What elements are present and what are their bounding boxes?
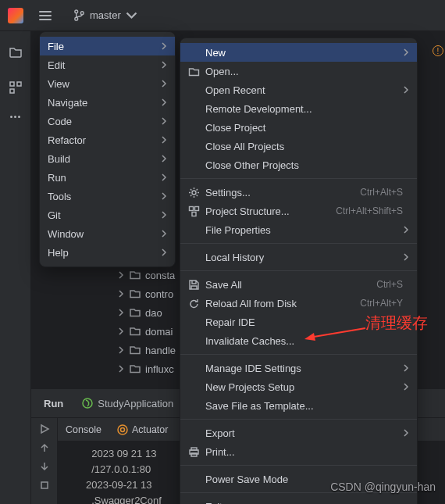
scroll-up-icon[interactable] — [38, 441, 51, 454]
run-icon[interactable] — [38, 423, 51, 435]
menu-item-print[interactable]: Print... — [180, 442, 417, 461]
menu-item-remote-development[interactable]: Remote Development... — [180, 99, 417, 118]
menu-item-manage-ide-settings[interactable]: Manage IDE Settings — [180, 359, 417, 377]
submenu-arrow-icon — [161, 153, 167, 165]
menu-item-close-project[interactable]: Close Project — [180, 118, 417, 137]
menu-item-close-all-projects[interactable]: Close All Projects — [180, 137, 417, 155]
menu-item-label: Export — [205, 427, 403, 439]
menu-item-label: Open Recent — [205, 84, 403, 96]
svg-rect-13 — [192, 212, 196, 216]
spring-icon — [82, 398, 93, 409]
structure-tool-button[interactable] — [9, 80, 23, 97]
menu-item-new[interactable]: New — [180, 43, 417, 62]
menu-item-local-history[interactable]: Local History — [180, 248, 417, 266]
submenu-arrow-icon — [161, 78, 167, 90]
menu-item-label: Open... — [205, 66, 403, 77]
submenu-arrow-icon — [161, 97, 167, 109]
svg-rect-4 — [17, 82, 21, 86]
git-branch-widget[interactable]: master — [73, 9, 137, 21]
folder-icon — [130, 363, 141, 374]
reload-icon — [188, 298, 202, 309]
submenu-arrow-icon — [403, 252, 409, 263]
menu-item-reload-all-from-disk[interactable]: Reload All from DiskCtrl+Alt+Y — [180, 294, 417, 313]
menu-item-label: Project Structure... — [205, 206, 336, 217]
submenu-arrow-icon — [161, 41, 167, 52]
svg-point-0 — [75, 10, 78, 13]
menu-item-label: Build — [48, 153, 161, 165]
menu-item-help[interactable]: Help — [40, 243, 175, 262]
menu-item-code[interactable]: Code — [40, 112, 175, 130]
project-tool-button[interactable] — [9, 45, 23, 62]
menu-item-label: Close All Projects — [205, 141, 403, 152]
submenu-arrow-icon — [161, 134, 167, 146]
file-menu-popup: NewOpen...Open RecentRemote Development.… — [180, 38, 418, 504]
menu-item-file-properties[interactable]: File Properties — [180, 220, 417, 239]
menu-item-label: New — [205, 47, 403, 59]
more-tools-button[interactable] — [10, 116, 20, 118]
svg-point-2 — [80, 12, 84, 15]
run-configuration[interactable]: StudyApplication — [82, 398, 173, 409]
gear-icon — [188, 187, 202, 198]
menu-item-label: Settings... — [205, 187, 360, 198]
menu-item-view[interactable]: View — [40, 74, 175, 93]
svg-rect-12 — [195, 206, 199, 210]
menu-item-tools[interactable]: Tools — [40, 187, 175, 206]
save-icon — [188, 279, 202, 291]
menu-item-label: Local History — [205, 252, 403, 263]
menu-item-edit[interactable]: Edit — [40, 55, 175, 74]
menu-item-open-recent[interactable]: Open Recent — [180, 80, 417, 99]
folder-icon — [188, 66, 202, 77]
menu-item-label: Help — [48, 247, 161, 259]
menu-item-label: Power Save Mode — [205, 474, 403, 485]
menu-item-navigate[interactable]: Navigate — [40, 93, 175, 112]
menu-item-power-save-mode[interactable]: Power Save Mode — [180, 470, 417, 488]
menu-item-label: Reload All from Disk — [205, 298, 360, 309]
menu-item-export[interactable]: Export — [180, 424, 417, 442]
run-tab[interactable]: Run — [44, 398, 63, 409]
menu-item-open[interactable]: Open... — [180, 62, 417, 80]
menu-item-file[interactable]: File — [40, 37, 175, 55]
menu-item-window[interactable]: Window — [40, 224, 175, 243]
stop-icon[interactable] — [38, 479, 51, 491]
menu-item-run[interactable]: Run — [40, 168, 175, 187]
run-gutter — [31, 418, 58, 504]
folder-icon — [130, 307, 141, 318]
menu-item-git[interactable]: Git — [40, 206, 175, 224]
menu-item-label: New Projects Setup — [205, 381, 403, 393]
menu-item-close-other-projects[interactable]: Close Other Projects — [180, 155, 417, 174]
svg-rect-9 — [41, 482, 48, 488]
menu-item-exit[interactable]: Exit — [180, 497, 417, 504]
submenu-arrow-icon — [403, 224, 409, 236]
menu-item-repair-ide[interactable]: Repair IDE — [180, 313, 417, 331]
menu-item-save-all[interactable]: Save AllCtrl+S — [180, 275, 417, 294]
console-tab[interactable]: Console — [66, 424, 101, 435]
menu-item-new-projects-setup[interactable]: New Projects Setup — [180, 377, 417, 396]
ide-toolbar: master — [0, 0, 445, 31]
submenu-arrow-icon — [161, 209, 167, 221]
svg-point-7 — [118, 425, 127, 434]
scroll-down-icon[interactable] — [38, 460, 51, 473]
menu-item-refactor[interactable]: Refactor — [40, 130, 175, 149]
menu-item-label: Close Project — [205, 122, 403, 134]
submenu-arrow-icon — [403, 363, 409, 374]
menu-item-label: Edit — [48, 59, 161, 71]
submenu-arrow-icon — [161, 116, 167, 127]
branch-icon — [73, 9, 85, 21]
main-menu-button[interactable] — [39, 11, 52, 20]
menu-item-settings[interactable]: Settings...Ctrl+Alt+S — [180, 183, 417, 202]
menu-item-shortcut: Ctrl+Alt+Y — [360, 298, 403, 309]
menu-item-label: Invalidate Caches... — [205, 335, 403, 347]
folder-icon — [130, 326, 141, 337]
menu-item-label: Remote Development... — [205, 103, 403, 115]
menu-item-save-file-as-template[interactable]: Save File as Template... — [180, 396, 417, 415]
actuator-tab[interactable]: Actuator — [117, 424, 169, 435]
folder-icon — [130, 288, 141, 299]
svg-point-6 — [83, 399, 92, 408]
menu-item-label: Refactor — [48, 134, 161, 146]
menu-item-build[interactable]: Build — [40, 149, 175, 168]
menu-item-project-structure[interactable]: Project Structure...Ctrl+Alt+Shift+S — [180, 202, 417, 220]
folder-icon — [130, 345, 141, 356]
menu-item-invalidate-caches[interactable]: Invalidate Caches... — [180, 331, 417, 350]
svg-point-1 — [75, 17, 78, 20]
menu-item-label: Git — [48, 209, 161, 221]
